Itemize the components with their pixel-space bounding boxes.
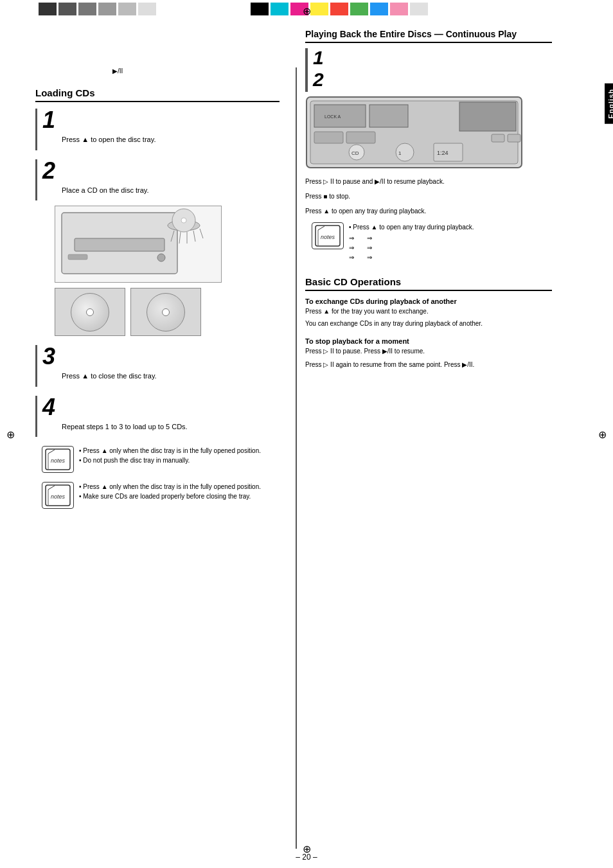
arrow-3: ⇒ <box>349 244 354 251</box>
loading-step-1: 1 Press ▲ to open the disc tray. <box>35 109 280 150</box>
arrows-row-2: ⇒ ⇒ <box>349 244 474 251</box>
right-notes-block: notes • Press ▲ to open any tray during … <box>312 222 552 263</box>
right-step-1-num: 1 <box>313 48 324 67</box>
continuous-play-rule <box>305 42 552 43</box>
device-display-area: LOCK A CD 1 1:24 <box>305 96 552 172</box>
color-swatch-yellow <box>310 3 328 15</box>
color-swatch-black <box>251 3 269 15</box>
continuous-play-section: Playing Back the Entire Discs — Continuo… <box>305 29 552 43</box>
color-swatch-6 <box>138 3 156 15</box>
svg-line-6 <box>193 231 195 242</box>
exchange-cds-block: To exchange CDs during playback of anoth… <box>305 297 552 328</box>
loading-cds-header: Loading CDs <box>35 87 280 102</box>
arrow-1: ⇒ <box>349 235 354 242</box>
step-2-text: Place a CD on the disc tray. <box>62 185 280 196</box>
color-swatch-pink <box>390 3 408 15</box>
color-swatch-4 <box>98 3 116 15</box>
right-notes-svg: notes <box>315 225 341 247</box>
arrows-row-1: ⇒ ⇒ <box>349 235 474 242</box>
cd-examples-row <box>55 288 280 336</box>
step-4-number: 4 <box>42 396 280 419</box>
loading-step-3: 3 Press ▲ to close the disc tray. <box>35 345 280 387</box>
step-3-number: 3 <box>42 345 280 368</box>
svg-rect-11 <box>68 254 87 260</box>
svg-text:notes: notes <box>51 493 66 500</box>
eject-sym-n1: ▲ <box>102 447 108 454</box>
color-swatch-2 <box>58 3 76 15</box>
step-1-text: Press ▲ to open the disc tray. <box>62 134 280 145</box>
step-3-bar: 3 Press ▲ to close the disc tray. <box>35 345 280 387</box>
svg-point-10 <box>157 254 165 261</box>
right-step-vbar <box>305 48 308 92</box>
top-bar-left <box>0 0 244 18</box>
step-1-vbar <box>35 109 37 150</box>
svg-point-9 <box>181 218 186 223</box>
color-swatch-1 <box>39 3 57 15</box>
play-resume-sym: ▶/II <box>382 348 393 355</box>
stop-playback-text: Press ▷ II to pause. Press ▶/II to resum… <box>305 346 552 356</box>
top-play-pause-hint: ▶/II <box>112 67 280 75</box>
bottom-crosshair-mark: ⊕ <box>303 843 311 855</box>
step-4-vbar <box>35 396 37 438</box>
cd-hole-2 <box>162 308 170 316</box>
stop-instruction: Press ■ to stop. <box>305 191 552 201</box>
notes-block-2: notes • Press ▲ only when the disc tray … <box>42 482 280 509</box>
step-4-content: 4 Repeat steps 1 to 3 to load up to 5 CD… <box>42 396 280 438</box>
notes-icon-1: notes <box>42 446 74 473</box>
step-2-number: 2 <box>42 159 280 182</box>
color-swatch-5 <box>118 3 136 15</box>
step-1-number: 1 <box>42 109 280 132</box>
column-divider <box>296 67 297 849</box>
svg-rect-27 <box>346 132 375 143</box>
notes-text-2: • Press ▲ only when the disc tray is in … <box>79 482 261 501</box>
svg-text:LOCK A: LOCK A <box>324 114 341 119</box>
arrows-row-3: ⇒ ⇒ <box>349 254 474 261</box>
play-pause-sym: ▶/II <box>375 178 385 185</box>
arrow-4: ⇒ <box>367 244 372 251</box>
cd-examples <box>55 288 201 336</box>
cd-tray-2 <box>130 288 201 336</box>
svg-text:notes: notes <box>51 457 66 464</box>
basic-cd-ops-header: Basic CD Operations <box>305 276 552 291</box>
color-swatch-green <box>350 3 368 15</box>
svg-rect-26 <box>314 132 343 143</box>
play-sym-right: ▷ II <box>323 178 333 185</box>
cd-loader-illustration <box>55 206 222 283</box>
step-3-vbar <box>35 345 37 387</box>
arrow-6: ⇒ <box>367 254 372 261</box>
pause-sym-1: ▷ II <box>323 348 333 355</box>
cd-loader-svg <box>55 206 222 283</box>
color-swatch-3 <box>78 3 96 15</box>
svg-line-4 <box>179 232 181 244</box>
eject-sym-n2: ▲ <box>102 483 108 490</box>
eject-sym-exchange: ▲ <box>323 308 330 315</box>
right-steps-container: 1 2 <box>305 48 552 92</box>
cd-hole-1 <box>86 308 94 316</box>
notes-text-1: • Press ▲ only when the disc tray is in … <box>79 446 261 465</box>
play-instruction: Press ▷ II to pause and ▶/II to resume p… <box>305 177 552 186</box>
stop-playback-heading: To stop playback for a moment <box>305 337 552 345</box>
notes-icon-2: notes <box>42 482 74 509</box>
step-2-content: 2 Place a CD on the disc tray. <box>42 159 280 201</box>
right-steps-content: 1 2 <box>313 48 324 92</box>
step-2-bar: 2 Place a CD on the disc tray. <box>35 159 280 201</box>
eject-symbol-3: ▲ <box>82 372 89 380</box>
left-crosshair-mark: ⊕ <box>6 428 15 440</box>
svg-rect-24 <box>369 105 408 127</box>
left-column: ▶/II Loading CDs 1 Press ▲ to open the d… <box>35 67 280 515</box>
loading-step-4: 4 Repeat steps 1 to 3 to load up to 5 CD… <box>35 396 280 438</box>
stop-sym: ■ <box>323 193 327 200</box>
color-swatch-blue <box>370 3 388 15</box>
notes-svg-2: notes <box>45 484 71 506</box>
svg-text:1: 1 <box>398 150 402 156</box>
svg-text:CD: CD <box>351 150 359 156</box>
svg-line-7 <box>200 229 203 238</box>
top-crosshair-mark: ⊕ <box>303 5 311 17</box>
right-column: Playing Back the Entire Discs — Continuo… <box>305 29 552 369</box>
eject-symbol-1: ▲ <box>82 136 89 143</box>
right-notes-icon: notes <box>312 222 344 249</box>
pause-sym-2: ▷ II <box>323 361 333 368</box>
exchange-cds-text: Press ▲ for the tray you want to exchang… <box>305 306 552 316</box>
language-tab: English <box>605 84 613 124</box>
eject-instruction: Press ▲ to open any tray during playback… <box>305 206 552 216</box>
